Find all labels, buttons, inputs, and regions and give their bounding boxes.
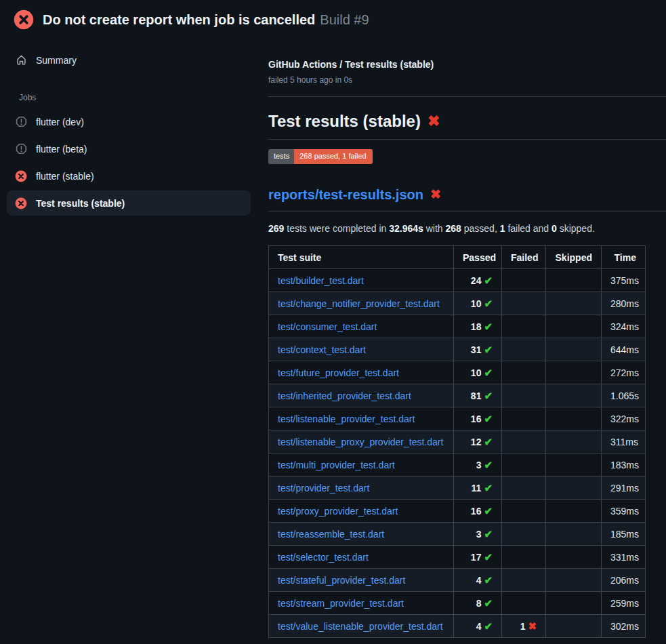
skipped-cell xyxy=(546,315,602,338)
test-suite-cell: test/context_test.dart xyxy=(269,338,454,361)
skipped-cell xyxy=(546,523,602,546)
check-run-header: Do not create report when job is cancell… xyxy=(0,0,666,39)
test-suite-link[interactable]: test/proxy_provider_test.dart xyxy=(278,506,398,517)
table-row: test/stream_provider_test.dart8✔259ms xyxy=(269,592,646,615)
col-failed: Failed xyxy=(502,246,546,269)
time-cell: 1.065s xyxy=(602,384,646,407)
table-row: test/stateful_provider_test.dart4✔206ms xyxy=(269,569,646,592)
skipped-cell xyxy=(546,615,602,638)
passed-cell: 16✔ xyxy=(454,407,502,430)
time-cell: 259ms xyxy=(602,592,646,615)
sidebar-item-test-results-stable[interactable]: Test results (stable) xyxy=(7,190,251,216)
check-icon: ✔ xyxy=(484,390,493,401)
skipped-cell xyxy=(546,454,602,477)
passed-cell-value: 31 xyxy=(471,344,482,355)
test-suite-cell: test/listenable_proxy_provider_test.dart xyxy=(269,430,454,454)
main-content: GitHub Actions / Test results (stable) f… xyxy=(268,58,666,638)
check-icon: ✔ xyxy=(484,574,493,586)
table-row: test/builder_test.dart24✔375ms xyxy=(269,269,646,292)
passed-cell: 81✔ xyxy=(454,384,502,407)
page-title: Do not create report when job is cancell… xyxy=(43,12,369,28)
failed-icon xyxy=(15,197,27,209)
passed-cell: 16✔ xyxy=(454,500,502,523)
passed-cell: 11✔ xyxy=(454,477,502,500)
test-suite-link[interactable]: test/listenable_provider_test.dart xyxy=(278,414,415,424)
sidebar-item-flutter-stable[interactable]: flutter (stable) xyxy=(7,163,251,188)
cross-mark-icon: ✖ xyxy=(430,186,441,203)
report-file-link[interactable]: reports/test-results.json xyxy=(268,186,423,203)
breadcrumb: GitHub Actions / Test results (stable) xyxy=(268,58,666,71)
passed-cell: 10✔ xyxy=(454,361,502,384)
table-header-row: Test suite Passed Failed Skipped Time xyxy=(269,246,646,269)
test-suite-link[interactable]: test/inherited_provider_test.dart xyxy=(278,390,411,401)
failed-cell xyxy=(502,338,546,361)
time-cell: 375ms xyxy=(602,269,646,292)
sidebar-item-summary[interactable]: Summary xyxy=(7,47,251,73)
sidebar: Summary Jobs flutter (dev) flutter (beta… xyxy=(0,47,257,216)
passed-cell: 17✔ xyxy=(454,546,502,569)
total-count: 269 xyxy=(268,223,284,234)
test-suite-cell: test/proxy_provider_test.dart xyxy=(269,500,454,523)
duration: 32.964s xyxy=(389,223,423,234)
time-cell: 331ms xyxy=(602,546,646,569)
passed-cell-value: 11 xyxy=(472,483,482,494)
check-icon: ✔ xyxy=(484,620,493,632)
failed-cell xyxy=(502,361,546,384)
sidebar-item-flutter-dev[interactable]: flutter (dev) xyxy=(7,109,251,134)
failed-cell xyxy=(502,269,546,292)
cross-mark-icon: ✖ xyxy=(428,112,440,131)
failed-cell xyxy=(502,569,546,592)
passed-cell-value: 10 xyxy=(471,367,482,378)
test-suite-link[interactable]: test/reassemble_test.dart xyxy=(278,529,384,540)
home-icon xyxy=(15,54,27,66)
test-suite-link[interactable]: test/stream_provider_test.dart xyxy=(278,598,404,609)
test-suite-link[interactable]: test/consumer_test.dart xyxy=(278,321,377,332)
passed-cell: 18✔ xyxy=(454,315,502,338)
test-suite-cell: test/reassemble_test.dart xyxy=(269,523,454,546)
summary-text: skipped. xyxy=(557,223,595,234)
failed-cell xyxy=(502,384,546,407)
test-suite-link[interactable]: test/stateful_provider_test.dart xyxy=(278,575,405,586)
test-suite-link[interactable]: test/value_listenable_provider_test.dart xyxy=(278,621,443,632)
passed-cell: 31✔ xyxy=(454,338,502,361)
test-suite-cell: test/multi_provider_test.dart xyxy=(269,454,454,477)
failed-cell xyxy=(502,477,546,500)
passed-cell-value: 81 xyxy=(471,390,482,401)
failed-count: 1 xyxy=(500,223,505,234)
check-icon: ✔ xyxy=(484,505,493,517)
table-row: test/proxy_provider_test.dart16✔359ms xyxy=(269,500,646,523)
passed-cell-value: 16 xyxy=(471,414,482,424)
test-suite-cell: test/provider_test.dart xyxy=(269,477,454,500)
test-suite-cell: test/inherited_provider_test.dart xyxy=(269,384,454,407)
test-suite-link[interactable]: test/future_provider_test.dart xyxy=(278,367,399,378)
sidebar-item-flutter-beta[interactable]: flutter (beta) xyxy=(7,136,251,161)
failed-cell xyxy=(502,315,546,338)
test-suite-link[interactable]: test/builder_test.dart xyxy=(278,275,364,286)
skipped-cell xyxy=(546,546,602,569)
check-icon: ✔ xyxy=(484,459,493,470)
passed-cell: 12✔ xyxy=(454,430,502,454)
test-suite-link[interactable]: test/multi_provider_test.dart xyxy=(278,460,395,470)
summary-text: passed, xyxy=(461,223,500,234)
test-suite-link[interactable]: test/context_test.dart xyxy=(278,344,366,355)
test-suite-link[interactable]: test/change_notifier_provider_test.dart xyxy=(278,298,440,309)
test-suite-link[interactable]: test/provider_test.dart xyxy=(278,483,369,494)
check-icon: ✔ xyxy=(484,551,493,563)
divider xyxy=(268,96,666,97)
skipped-cell xyxy=(546,477,602,500)
check-icon: ✔ xyxy=(484,298,493,309)
check-icon: ✔ xyxy=(484,597,493,609)
check-icon: ✔ xyxy=(484,344,493,355)
cancelled-icon xyxy=(15,143,27,155)
test-suite-link[interactable]: test/selector_test.dart xyxy=(278,552,369,563)
jobs-section-label: Jobs xyxy=(19,93,257,102)
run-title: Do not create report when job is cancell… xyxy=(43,12,315,27)
passed-cell: 4✔ xyxy=(454,569,502,592)
summary-text: tests were completed in xyxy=(284,223,389,234)
sidebar-item-label: Test results (stable) xyxy=(36,198,125,209)
test-suite-cell: test/consumer_test.dart xyxy=(269,315,454,338)
test-suite-cell: test/value_listenable_provider_test.dart xyxy=(269,615,454,638)
time-cell: 291ms xyxy=(602,477,646,500)
passed-cell-value: 18 xyxy=(471,321,482,332)
test-suite-link[interactable]: test/listenable_proxy_provider_test.dart xyxy=(278,437,443,447)
